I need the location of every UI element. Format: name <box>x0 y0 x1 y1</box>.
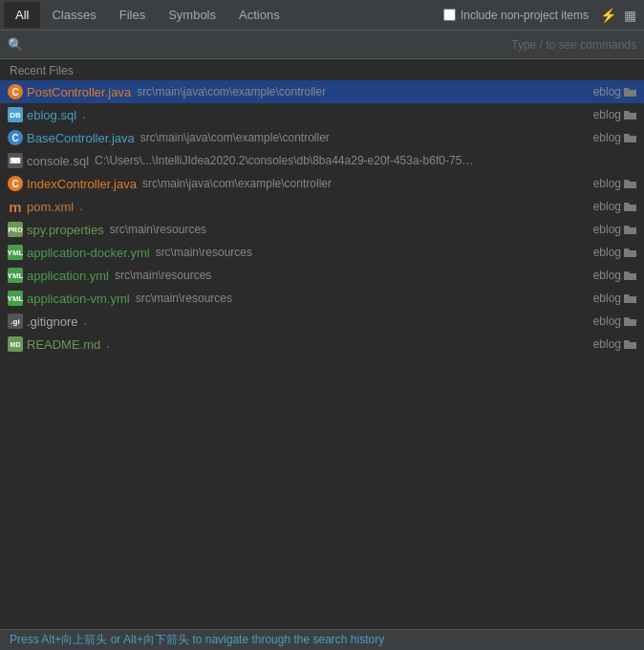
file-project: eblog <box>593 292 621 305</box>
file-row[interactable]: YMLapplication-vm.ymlsrc\main\resourcese… <box>0 287 644 310</box>
file-project: eblog <box>593 269 621 282</box>
file-name: IndexController.java <box>27 177 137 191</box>
file-project: eblog <box>593 223 621 236</box>
file-row[interactable]: YMLapplication.ymlsrc\main\resourceseblo… <box>0 264 644 287</box>
folder-icon <box>624 87 636 98</box>
file-row[interactable]: CPostController.javasrc\main\java\com\ex… <box>0 80 644 103</box>
folder-icon <box>624 110 636 120</box>
include-non-project-area: Include non-project items <box>443 9 589 22</box>
folder-icon <box>624 293 636 304</box>
file-project: eblog <box>593 108 621 121</box>
file-name: console.sql <box>27 154 89 168</box>
tab-files[interactable]: Files <box>108 2 157 28</box>
file-row[interactable]: CBaseController.javasrc\main\java\com\ex… <box>0 126 644 149</box>
file-path: src\main\resources <box>110 223 206 236</box>
file-path: src\main\resources <box>156 246 252 259</box>
folder-icon <box>624 316 636 327</box>
folder-icon <box>624 271 636 281</box>
file-row[interactable]: CIndexController.javasrc\main\java\com\e… <box>0 172 644 195</box>
file-name: spy.properties <box>27 223 104 237</box>
tab-symbols[interactable]: Symbols <box>157 2 227 28</box>
file-name: eblog.sql <box>27 108 76 122</box>
file-path: . <box>82 108 85 121</box>
tab-bar: All Classes Files Symbols Actions Includ… <box>0 0 644 31</box>
search-icon: 🔍 <box>8 37 23 52</box>
file-path: . <box>79 200 82 213</box>
file-row[interactable]: .gi.gitignore .eblog <box>0 310 644 333</box>
file-path: src\main\java\com\example\controller <box>142 177 332 190</box>
folder-icon <box>624 133 636 143</box>
search-hint: Type / to see commands <box>511 38 636 52</box>
file-name: .gitignore <box>27 314 77 329</box>
file-name: PostController.java <box>27 85 131 99</box>
include-non-project-label: Include non-project items <box>461 9 589 22</box>
file-row[interactable]: MDREADME.md .eblog <box>0 333 644 356</box>
file-path: . <box>83 314 86 328</box>
file-list: CPostController.javasrc\main\java\com\ex… <box>0 80 644 356</box>
folder-icon <box>624 339 636 350</box>
file-name: application-docker.yml <box>27 246 150 260</box>
file-name: README.md <box>27 337 100 352</box>
file-project: eblog <box>593 131 621 144</box>
file-row[interactable]: YMLapplication-docker.ymlsrc\main\resour… <box>0 241 644 264</box>
file-project: eblog <box>593 314 621 328</box>
file-project: eblog <box>593 85 621 98</box>
file-name: application-vm.yml <box>27 292 130 306</box>
file-project: eblog <box>593 246 621 259</box>
file-row[interactable]: ⌨console.sqlC:\Users\...\IntelliJIdea202… <box>0 149 644 172</box>
file-name: pom.xml <box>27 200 74 214</box>
status-text: Press Alt+向上箭头 or Alt+向下箭头 to navigate t… <box>10 632 384 648</box>
file-row[interactable]: PROspy.propertiessrc\main\resourceseblog <box>0 218 644 241</box>
main-content: Recent Files CPostController.javasrc\mai… <box>0 59 644 629</box>
folder-icon <box>624 179 636 189</box>
file-path: src\main\java\com\example\controller <box>137 85 326 98</box>
file-path: src\main\java\com\example\controller <box>140 131 330 144</box>
folder-icon <box>624 225 636 235</box>
file-name: application.yml <box>27 269 109 283</box>
file-name: BaseController.java <box>27 131 135 145</box>
file-project: eblog <box>593 200 621 213</box>
include-non-project-checkbox[interactable] <box>443 9 456 21</box>
tab-classes[interactable]: Classes <box>40 2 107 28</box>
file-project: eblog <box>593 337 621 351</box>
layout-icon[interactable]: ▦ <box>620 6 640 25</box>
folder-icon <box>624 248 636 258</box>
tab-all[interactable]: All <box>4 2 40 28</box>
section-header: Recent Files <box>0 59 644 80</box>
search-bar: 🔍 Type / to see commands <box>0 31 644 59</box>
filter-icon[interactable]: ⚡ <box>596 6 620 25</box>
status-bar: Press Alt+向上箭头 or Alt+向下箭头 to navigate t… <box>0 629 644 650</box>
file-row[interactable]: mpom.xml .eblog <box>0 195 644 218</box>
tab-actions[interactable]: Actions <box>227 2 291 28</box>
file-path: C:\Users\...\IntelliJIdea2020.2\consoles… <box>95 154 477 167</box>
file-project: eblog <box>593 177 621 190</box>
file-path: src\main\resources <box>115 269 211 282</box>
file-row[interactable]: DBeblog.sql .eblog <box>0 103 644 126</box>
file-path: src\main\resources <box>136 292 232 305</box>
search-input[interactable] <box>29 37 505 52</box>
folder-icon <box>624 202 636 212</box>
file-path: . <box>106 337 109 351</box>
